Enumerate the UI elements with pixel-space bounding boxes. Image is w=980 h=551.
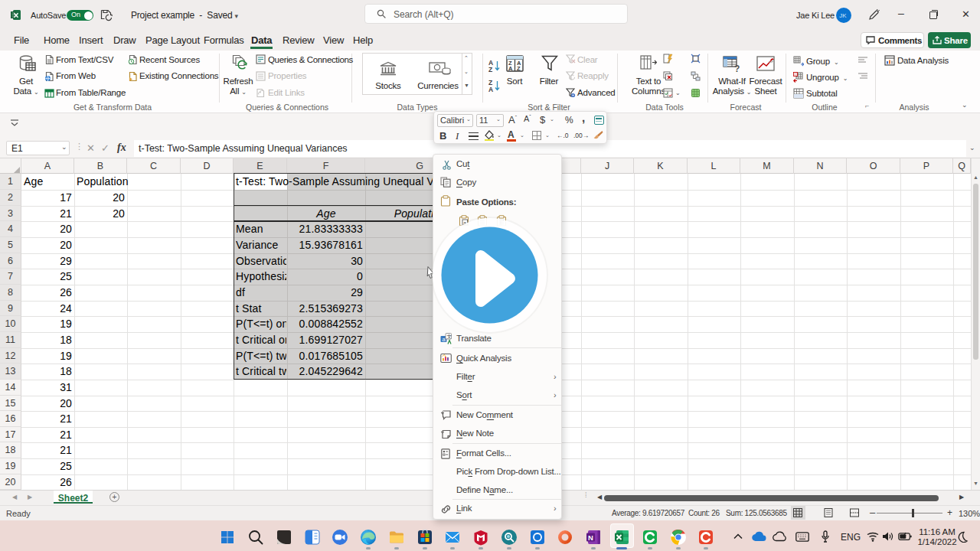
svg-text:A: A: [508, 65, 513, 72]
svg-text:N: N: [588, 533, 593, 542]
svg-text:Z: Z: [517, 65, 521, 72]
svg-text:A: A: [488, 86, 493, 92]
svg-text:Z: Z: [488, 66, 492, 72]
svg-text:?: ?: [734, 64, 740, 73]
